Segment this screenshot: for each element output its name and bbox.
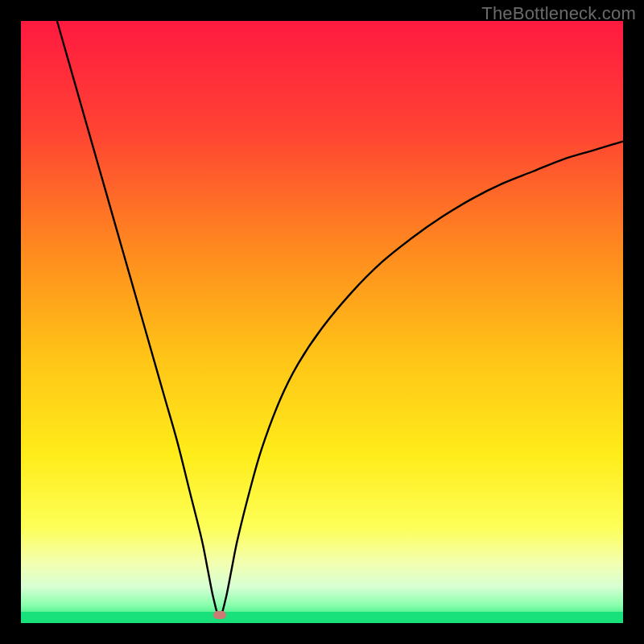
chart-frame: TheBottleneck.com [0, 0, 644, 644]
bottleneck-curve [57, 21, 623, 617]
plot-area [21, 21, 623, 623]
curve-layer [21, 21, 623, 623]
optimal-marker [213, 611, 226, 619]
